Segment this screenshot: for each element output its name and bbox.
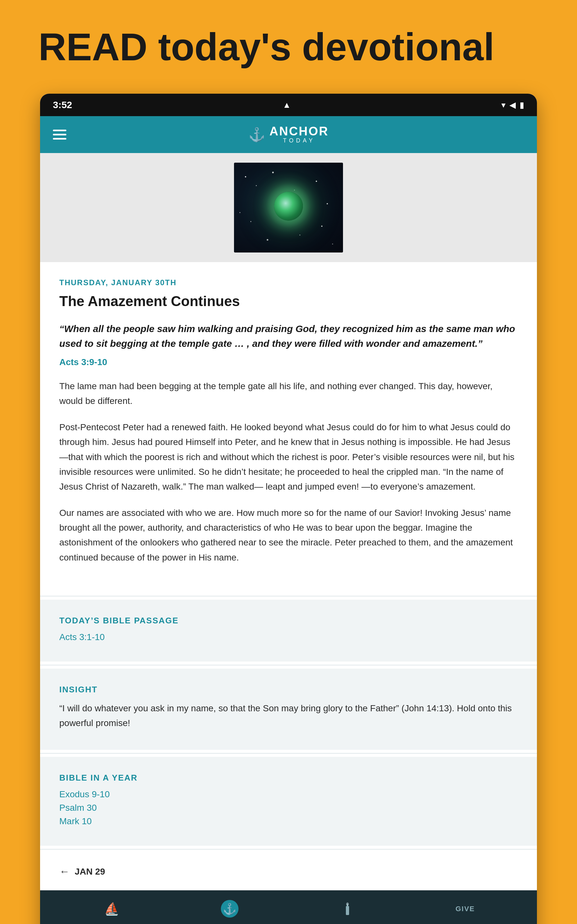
- prev-day-button[interactable]: ← JAN 29: [59, 866, 105, 877]
- menu-button[interactable]: [53, 129, 66, 140]
- left-arrow-icon: ←: [59, 866, 69, 877]
- prev-nav-section: ← JAN 29: [40, 853, 537, 890]
- logo-sub: TODAY: [269, 137, 329, 144]
- status-icons: ▾ ◀ ▮: [501, 100, 524, 110]
- nav-item-candle[interactable]: [288, 900, 406, 918]
- nav-item-anchor[interactable]: ⚓: [171, 900, 289, 918]
- body-paragraph-2: Post-Pentecost Peter had a renewed faith…: [59, 420, 518, 494]
- nav-item-sail[interactable]: ⛵: [53, 900, 171, 918]
- section-divider-2: [40, 665, 537, 666]
- nav-item-give[interactable]: GIVE: [406, 905, 524, 913]
- app-header: ⚓ ANCHOR TODAY: [40, 116, 537, 153]
- body-paragraph-1: The lame man had been begging at the tem…: [59, 379, 518, 409]
- body-paragraph-3: Our names are associated with who we are…: [59, 506, 518, 565]
- insight-section: INSIGHT “I will do whatever you ask in m…: [40, 669, 537, 750]
- svg-rect-0: [346, 906, 349, 915]
- insight-label: INSIGHT: [59, 685, 518, 695]
- signal-icon: ◀: [509, 100, 516, 110]
- bible-reference-link[interactable]: Acts 3:9-10: [59, 357, 518, 367]
- bible-passage-section: TODAY’S BIBLE PASSAGE Acts 3:1-10: [40, 599, 537, 662]
- section-divider-1: [40, 596, 537, 596]
- hero-image-area: [40, 153, 537, 262]
- svg-point-2: [346, 903, 349, 906]
- bottom-navigation: ⛵ ⚓ GIVE: [40, 890, 537, 924]
- logo-text-block: ANCHOR TODAY: [269, 125, 329, 144]
- page-heading: READ today's devotional: [39, 26, 538, 68]
- give-label: GIVE: [456, 905, 475, 913]
- comet-body: [274, 192, 303, 221]
- notification-icon: ▲: [283, 100, 291, 110]
- comet-image: [234, 163, 343, 252]
- prev-day-label: JAN 29: [75, 867, 105, 877]
- article-date: THURSDAY, JANUARY 30TH: [59, 278, 518, 287]
- bible-passage-link[interactable]: Acts 3:1-10: [59, 632, 518, 642]
- sail-icon: ⛵: [103, 900, 121, 918]
- anchor-nav-icon: ⚓: [221, 900, 239, 918]
- outer-background: READ today's devotional 3:52 ▲ ▾ ◀ ▮ ⚓ A…: [0, 0, 577, 924]
- menu-line-1: [53, 129, 66, 131]
- battery-icon: ▮: [520, 100, 524, 110]
- candle-icon: [338, 900, 356, 918]
- bible-year-link-2[interactable]: Psalm 30: [59, 803, 518, 813]
- status-time: 3:52: [53, 99, 72, 110]
- menu-line-2: [53, 134, 66, 136]
- article-content: THURSDAY, JANUARY 30TH The Amazement Con…: [40, 262, 537, 593]
- bible-year-label: BIBLE IN A YEAR: [59, 773, 518, 783]
- app-logo: ⚓ ANCHOR TODAY: [248, 125, 329, 144]
- article-title: The Amazement Continues: [59, 293, 518, 310]
- bible-year-link-1[interactable]: Exodus 9-10: [59, 789, 518, 800]
- anchor-logo-icon: ⚓: [248, 127, 265, 142]
- logo-name: ANCHOR: [269, 125, 329, 137]
- insight-text: “I will do whatever you ask in my name, …: [59, 701, 518, 730]
- bible-quote-text: “When all the people saw him walking and…: [59, 321, 518, 351]
- bible-passage-label: TODAY’S BIBLE PASSAGE: [59, 615, 518, 626]
- bible-year-link-3[interactable]: Mark 10: [59, 816, 518, 827]
- menu-line-3: [53, 138, 66, 140]
- status-bar: 3:52 ▲ ▾ ◀ ▮: [40, 94, 537, 116]
- wifi-icon: ▾: [501, 100, 506, 110]
- section-divider-3: [40, 753, 537, 754]
- section-divider-4: [40, 849, 537, 850]
- bible-year-section: BIBLE IN A YEAR Exodus 9-10 Psalm 30 Mar…: [40, 757, 537, 846]
- device-frame: 3:52 ▲ ▾ ◀ ▮ ⚓ ANCHOR TODAY: [40, 94, 537, 924]
